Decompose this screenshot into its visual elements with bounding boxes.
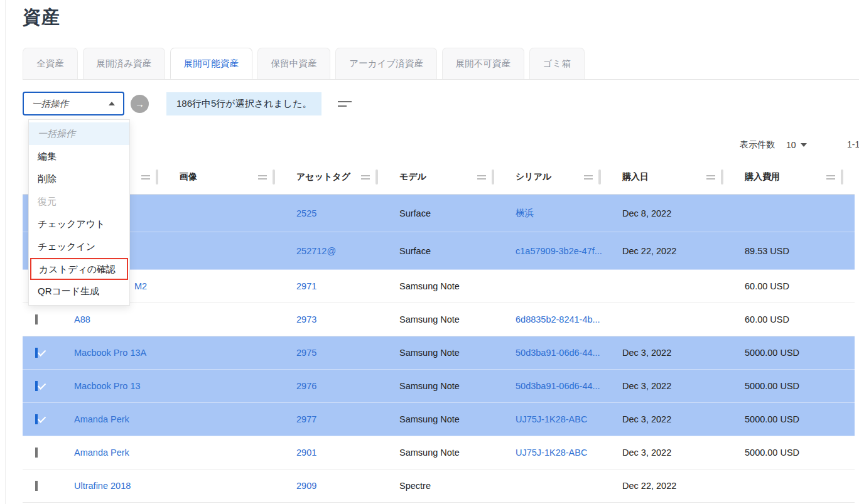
cell-purchase-cost: 89.53 USD bbox=[735, 246, 855, 256]
column-divider bbox=[492, 169, 494, 185]
header-asset-tag-column[interactable]: アセットタグ bbox=[286, 169, 389, 185]
cell-asset-tag[interactable]: 2901 bbox=[286, 448, 389, 458]
cell-purchase-date: Dec 3, 2022 bbox=[612, 381, 735, 391]
cell-model: Samsung Note bbox=[389, 281, 505, 291]
arrow-right-icon: → bbox=[135, 99, 144, 109]
cell-purchase-date: Dec 3, 2022 bbox=[612, 348, 735, 358]
cell-model: Samsung Note bbox=[389, 448, 505, 458]
cell-model: Samsung Note bbox=[389, 348, 505, 358]
cell-serial[interactable]: 6d8835b2-8241-4b... bbox=[505, 314, 612, 324]
row-checkbox[interactable] bbox=[35, 348, 38, 358]
filter-lines-icon[interactable] bbox=[338, 101, 352, 107]
cell-serial[interactable]: UJ75J-1K28-ABC bbox=[505, 448, 612, 458]
menu-item-checkin[interactable]: チェックイン bbox=[29, 235, 129, 258]
chevron-down-icon[interactable] bbox=[801, 143, 807, 147]
tab-trash[interactable]: ゴミ箱 bbox=[529, 48, 585, 79]
cell-purchase-date: Dec 3, 2022 bbox=[612, 448, 735, 458]
tab-pending-assets[interactable]: 保留中資産 bbox=[257, 48, 331, 79]
row-checkbox[interactable] bbox=[35, 314, 38, 324]
cell-asset-tag[interactable]: 2976 bbox=[286, 381, 389, 391]
cell-purchase-cost: 5000.00 USD bbox=[735, 414, 855, 424]
panel-edge bbox=[5, 0, 6, 504]
cell-asset-tag[interactable]: 2977 bbox=[286, 414, 389, 424]
menu-item-confirm-custody[interactable]: カストディの確認 bbox=[30, 258, 128, 280]
bulk-actions-toolbar: 一括操作 → 186行中5行が選択されました。 bbox=[23, 92, 352, 115]
menu-item-edit[interactable]: 編集 bbox=[29, 145, 129, 168]
cell-asset-tag[interactable]: 2525 bbox=[286, 208, 389, 218]
cell-serial[interactable]: 横浜 bbox=[505, 207, 612, 219]
cell-asset-tag[interactable]: 2975 bbox=[286, 348, 389, 358]
cell-serial[interactable]: c1a57909-3b2e-47f... bbox=[505, 246, 612, 256]
cell-asset-tag[interactable]: 2973 bbox=[286, 314, 389, 324]
tab-deployed-assets[interactable]: 展開済み資産 bbox=[83, 48, 165, 79]
column-menu-icon[interactable] bbox=[361, 175, 370, 180]
cell-name[interactable]: Ultrafine 2018 bbox=[64, 481, 170, 491]
menu-item-delete[interactable]: 削除 bbox=[29, 168, 129, 190]
header-purchase-date-column[interactable]: 購入日 bbox=[612, 169, 735, 185]
menu-item-restore: 復元 bbox=[29, 190, 129, 213]
column-menu-icon[interactable] bbox=[826, 175, 835, 180]
tab-undeployable-assets[interactable]: 展開不可資産 bbox=[442, 48, 524, 79]
table-row[interactable]: A88 2973 Samsung Note 6d8835b2-8241-4b..… bbox=[23, 303, 855, 336]
row-checkbox[interactable] bbox=[35, 414, 38, 424]
tab-all-assets[interactable]: 全資産 bbox=[23, 48, 78, 79]
cell-serial[interactable]: UJ75J-1K28-ABC bbox=[505, 414, 612, 424]
table-row[interactable]: Ultrafine 2018 2909 Spectre Dec 22, 2022 bbox=[23, 469, 855, 503]
column-menu-icon[interactable] bbox=[584, 175, 593, 180]
cell-purchase-date: Dec 8, 2022 bbox=[612, 208, 735, 218]
tab-deployable-assets[interactable]: 展開可能資産 bbox=[170, 48, 252, 79]
cell-purchase-date: Dec 22, 2022 bbox=[612, 481, 735, 491]
table-row[interactable]: 2525 Surface 横浜 Dec 8, 2022 bbox=[23, 195, 855, 232]
row-checkbox[interactable] bbox=[35, 481, 38, 491]
cell-name[interactable]: Amanda Perk bbox=[64, 414, 170, 424]
table-row[interactable]: 252712@ Surface c1a57909-3b2e-47f... Dec… bbox=[23, 232, 855, 270]
cell-purchase-cost: 5000.00 USD bbox=[735, 381, 855, 391]
cell-model: Samsung Note bbox=[389, 314, 505, 324]
menu-item-checkout[interactable]: チェックアウト bbox=[29, 213, 129, 235]
header-serial-column[interactable]: シリアル bbox=[505, 169, 612, 185]
column-divider bbox=[375, 169, 378, 185]
bulk-actions-select-value: 一括操作 bbox=[32, 98, 68, 110]
tab-bar: 全資産 展開済み資産 展開可能資産 保留中資産 アーカイブ済資産 展開不可資産 … bbox=[23, 48, 859, 80]
header-model-column[interactable]: モデル bbox=[389, 169, 505, 185]
cell-purchase-cost: 60.00 USD bbox=[735, 281, 855, 291]
table-row[interactable]: Macbook Pro 13A 2975 Samsung Note 50d3ba… bbox=[23, 336, 855, 370]
header-image-column[interactable]: 画像 bbox=[170, 169, 286, 185]
page-size-value[interactable]: 10 bbox=[786, 140, 796, 150]
bulk-actions-go-button[interactable]: → bbox=[131, 95, 149, 113]
cell-name[interactable]: Macbook Pro 13 bbox=[64, 381, 170, 391]
column-divider bbox=[841, 169, 843, 185]
table-row[interactable]: M2 2971 Samsung Note 60.00 USD bbox=[23, 270, 855, 303]
cell-model: Surface bbox=[389, 208, 505, 218]
table-row[interactable]: Macbook Pro 13 2976 Samsung Note 50d3ba9… bbox=[23, 370, 855, 403]
page-size-label: 表示件数 bbox=[740, 139, 775, 151]
cell-name[interactable]: A88 bbox=[64, 314, 170, 324]
cell-purchase-date: Dec 22, 2022 bbox=[612, 246, 735, 256]
column-menu-icon[interactable] bbox=[258, 175, 267, 180]
cell-asset-tag[interactable]: 252712@ bbox=[286, 246, 389, 256]
table-header-row: 画像 アセットタグ モデル シリアル 購入日 購入費用 bbox=[23, 160, 855, 195]
cell-model: Samsung Note bbox=[389, 381, 505, 391]
cell-model: Samsung Note bbox=[389, 414, 505, 424]
cell-asset-tag[interactable]: 2971 bbox=[286, 281, 389, 291]
row-checkbox[interactable] bbox=[35, 381, 38, 391]
cell-name[interactable]: Macbook Pro 13A bbox=[64, 348, 170, 358]
cell-serial[interactable]: 50d3ba91-06d6-44... bbox=[505, 348, 612, 358]
bulk-actions-select[interactable]: 一括操作 bbox=[23, 92, 124, 115]
table-row[interactable]: Amanda Perk 2977 Samsung Note UJ75J-1K28… bbox=[23, 403, 855, 436]
menu-item-generate-qr[interactable]: QRコード生成 bbox=[29, 280, 129, 303]
column-menu-icon[interactable] bbox=[141, 175, 150, 180]
tab-archived-assets[interactable]: アーカイブ済資産 bbox=[335, 48, 436, 79]
cell-serial[interactable]: 50d3ba91-06d6-44... bbox=[505, 381, 612, 391]
cell-name[interactable]: Amanda Perk bbox=[64, 448, 170, 458]
assets-table: 画像 アセットタグ モデル シリアル 購入日 購入費用 2525 Surface bbox=[23, 160, 855, 503]
cell-asset-tag[interactable]: 2909 bbox=[286, 481, 389, 491]
column-divider bbox=[273, 169, 275, 185]
column-menu-icon[interactable] bbox=[706, 175, 715, 180]
column-menu-icon[interactable] bbox=[477, 175, 486, 180]
cell-purchase-cost: 5000.00 USD bbox=[735, 448, 855, 458]
header-purchase-cost-column[interactable]: 購入費用 bbox=[735, 169, 855, 185]
table-row[interactable]: Amanda Perk 2901 Samsung Note UJ75J-1K28… bbox=[23, 436, 855, 469]
row-checkbox[interactable] bbox=[35, 448, 38, 458]
page-size-control: 表示件数 10 bbox=[740, 139, 807, 151]
